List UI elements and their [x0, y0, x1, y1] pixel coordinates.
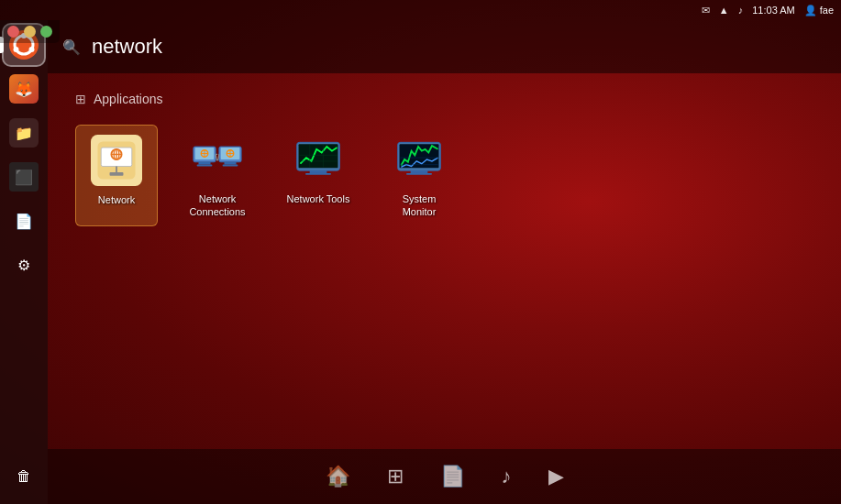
network-tools-app-label: Network Tools — [287, 192, 350, 205]
applications-section-header: ⊞ Applications — [75, 92, 813, 106]
top-bar-right: ✉ ▲ ♪ 11:03 AM 👤 fae — [702, 5, 834, 16]
system-monitor-icon-wrapper — [392, 132, 447, 187]
network-app-label: Network — [98, 193, 135, 206]
svg-rect-31 — [310, 170, 327, 173]
network-app-icon — [91, 135, 142, 186]
minimize-button[interactable] — [24, 26, 36, 38]
svg-rect-20 — [224, 162, 236, 165]
svg-rect-9 — [110, 172, 124, 176]
network-icon-wrapper — [89, 133, 144, 188]
app-network[interactable]: Network — [75, 125, 158, 226]
app-network-tools[interactable]: Network Tools — [277, 125, 360, 226]
window-controls — [0, 20, 60, 43]
unity-launcher: 🦊 📁 ⬛ 📄 ⚙ 🗑 — [0, 20, 48, 504]
bottom-video-icon[interactable]: ▶ — [544, 460, 569, 493]
launcher-firefox-item[interactable]: 🦊 — [4, 69, 44, 109]
app-grid: Network — [75, 125, 813, 226]
bottom-music-icon[interactable]: ♪ — [497, 460, 516, 493]
svg-point-4 — [29, 47, 35, 52]
svg-point-3 — [14, 47, 19, 52]
svg-rect-15 — [198, 162, 210, 165]
svg-rect-21 — [223, 165, 238, 167]
top-bar: ✉ ▲ ♪ 11:03 AM 👤 fae — [0, 0, 841, 20]
network-connections-app-icon — [192, 134, 243, 185]
svg-rect-30 — [299, 144, 338, 168]
bottom-bar: 🏠 ⊞ 📄 ♪ ▶ — [48, 449, 841, 504]
network-connections-icon-wrapper — [190, 132, 245, 187]
launcher-terminal-item[interactable]: ⬛ — [4, 157, 44, 197]
system-time: 11:03 AM — [752, 5, 794, 16]
bottom-home-icon[interactable]: 🏠 — [321, 460, 355, 493]
launcher-doc-item[interactable]: 📄 — [4, 201, 44, 241]
system-monitor-app-icon — [393, 134, 445, 185]
network-tools-icon-wrapper — [291, 132, 346, 187]
user-indicator[interactable]: 👤 fae — [804, 5, 834, 16]
search-input[interactable] — [92, 35, 826, 59]
username-label: fae — [820, 5, 834, 16]
svg-rect-32 — [305, 173, 331, 175]
search-area: 🔍 — [48, 20, 841, 73]
launcher-files-item[interactable]: 📁 — [4, 113, 44, 153]
firefox-icon: 🦊 — [9, 74, 39, 104]
app-system-monitor[interactable]: System Monitor — [378, 125, 460, 226]
launcher-trash-item[interactable]: 🗑 — [4, 456, 44, 497]
system-monitor-app-label: System Monitor — [385, 192, 453, 219]
maximize-button[interactable] — [40, 26, 52, 38]
user-icon: 👤 — [804, 5, 817, 16]
launcher-settings-item[interactable]: ⚙ — [4, 245, 44, 285]
network-tools-app-icon — [293, 134, 344, 185]
network-connections-app-label: Network Connections — [183, 192, 251, 219]
lens-icon: 🔍 — [62, 38, 81, 56]
applications-icon: ⊞ — [75, 92, 86, 106]
close-button[interactable] — [7, 26, 19, 38]
applications-label: Applications — [94, 92, 163, 106]
bottom-apps-icon[interactable]: ⊞ — [382, 460, 408, 493]
svg-rect-16 — [197, 165, 213, 167]
svg-rect-39 — [411, 170, 428, 173]
email-icon[interactable]: ✉ — [702, 5, 710, 16]
bottom-files-icon[interactable]: 📄 — [436, 460, 470, 493]
terminal-icon: ⬛ — [9, 162, 39, 192]
files-icon: 📁 — [9, 118, 39, 148]
volume-icon[interactable]: ♪ — [738, 5, 744, 16]
document-icon: 📄 — [9, 206, 39, 236]
trash-icon: 🗑 — [9, 462, 39, 491]
main-content: ⊞ Applications N — [48, 73, 841, 449]
svg-rect-40 — [406, 173, 432, 175]
app-network-connections[interactable]: Network Connections — [176, 125, 259, 226]
settings-icon: ⚙ — [9, 250, 39, 279]
wifi-icon[interactable]: ▲ — [719, 5, 729, 16]
